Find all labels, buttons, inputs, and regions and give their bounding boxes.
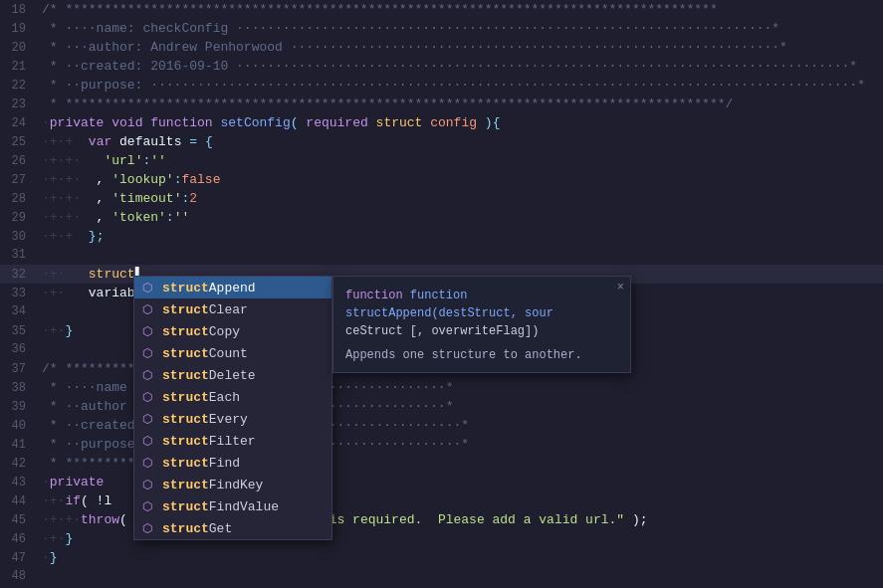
autocomplete-item[interactable]: ⬡structEach — [134, 386, 331, 408]
struct-icon: ⬡ — [142, 456, 156, 471]
autocomplete-match: struct — [162, 412, 209, 427]
autocomplete-match: struct — [162, 456, 209, 471]
code-line: 30·+·+ }; — [0, 227, 883, 246]
code-line: 25·+·+ var defaults = { — [0, 132, 883, 151]
line-number: 48 — [0, 567, 38, 586]
code-line: 24·private void function setConfig( requ… — [0, 113, 883, 132]
code-line: 22 * ··purpose: ························… — [0, 76, 883, 95]
line-content: * ···author: Andrew Penhorwood ·········… — [38, 38, 883, 57]
struct-icon: ⬡ — [142, 390, 156, 405]
code-line: 48 — [0, 567, 883, 586]
line-content: * ··purpose: ···························… — [38, 76, 883, 95]
autocomplete-match: struct — [162, 281, 209, 295]
line-content: ·+·+ var defaults = { — [38, 132, 883, 151]
autocomplete-match: struct — [162, 434, 209, 449]
autocomplete-match: struct — [162, 390, 209, 405]
line-number: 32 — [0, 266, 38, 285]
struct-icon: ⬡ — [142, 412, 156, 427]
autocomplete-item[interactable]: ⬡structCount — [134, 342, 331, 364]
line-number: 21 — [0, 58, 38, 77]
line-number: 33 — [0, 285, 38, 303]
code-line: 19 * ····name: checkConfig ·············… — [0, 19, 883, 38]
line-number: 41 — [0, 436, 38, 455]
line-number: 30 — [0, 228, 38, 247]
line-number: 34 — [0, 302, 38, 321]
line-number: 26 — [0, 152, 38, 171]
line-number: 29 — [0, 209, 38, 228]
line-number: 38 — [0, 379, 38, 398]
line-number: 27 — [0, 171, 38, 190]
code-line: 21 * ··created: 2016-09-10 ·············… — [0, 57, 883, 76]
line-number: 28 — [0, 190, 38, 209]
line-number: 45 — [0, 511, 38, 530]
line-number: 22 — [0, 77, 38, 96]
autocomplete-item[interactable]: ⬡structCopy — [134, 320, 331, 342]
autocomplete-rest: Each — [209, 390, 240, 405]
autocomplete-item[interactable]: ⬡structFindValue — [134, 495, 331, 517]
line-number: 43 — [0, 474, 38, 492]
autocomplete-item[interactable]: ⬡structFilter — [134, 430, 331, 452]
autocomplete-rest: Filter — [209, 434, 256, 449]
line-number: 31 — [0, 246, 38, 265]
code-line: 31 — [0, 246, 883, 265]
code-line: 23 * ***********************************… — [0, 95, 883, 113]
line-number: 40 — [0, 417, 38, 436]
line-content: * ····name: checkConfig ················… — [38, 19, 883, 38]
autocomplete-item[interactable]: ⬡structEvery — [134, 408, 331, 430]
line-content: ·} — [38, 548, 883, 567]
code-line: 20 * ···author: Andrew Penhorwood ······… — [0, 38, 883, 57]
code-line: 28·+·+· , 'timeout':2 — [0, 189, 883, 208]
tooltip-box: × function function structAppend(destStr… — [332, 276, 631, 373]
autocomplete-rest: Find — [209, 456, 240, 471]
line-content: * **************************************… — [38, 95, 883, 113]
autocomplete-rest: Append — [209, 281, 256, 295]
code-line: 18/* ***********************************… — [0, 0, 883, 19]
line-number: 19 — [0, 20, 38, 39]
autocomplete-rest: Count — [209, 346, 248, 361]
line-number: 39 — [0, 398, 38, 417]
autocomplete-rest: Get — [209, 521, 232, 536]
line-number: 44 — [0, 492, 38, 511]
autocomplete-match: struct — [162, 478, 209, 492]
autocomplete-item[interactable]: ⬡structFind — [134, 452, 331, 474]
line-number: 36 — [0, 340, 38, 359]
line-content: ·+·+· 'url':'' — [38, 151, 883, 170]
line-number: 23 — [0, 96, 38, 114]
autocomplete-match: struct — [162, 521, 209, 536]
struct-icon: ⬡ — [142, 478, 156, 492]
struct-icon: ⬡ — [142, 346, 156, 361]
code-line: 47·} — [0, 548, 883, 567]
autocomplete-item[interactable]: ⬡structFindKey — [134, 474, 331, 495]
line-content: * ··created: 2016-09-10 ················… — [38, 57, 883, 76]
line-number: 25 — [0, 133, 38, 152]
autocomplete-list[interactable]: ⬡structAppend⬡structClear⬡structCopy⬡str… — [133, 276, 332, 540]
code-editor: 18/* ***********************************… — [0, 0, 883, 588]
autocomplete-match: struct — [162, 324, 209, 339]
tooltip-close-button[interactable]: × — [617, 281, 624, 294]
autocomplete-rest: Delete — [209, 368, 256, 383]
autocomplete-item[interactable]: ⬡structAppend — [134, 277, 331, 298]
code-line: 27·+·+· , 'lookup':false — [0, 170, 883, 189]
line-number: 37 — [0, 360, 38, 379]
autocomplete-match: struct — [162, 499, 209, 514]
autocomplete-rest: Copy — [209, 324, 240, 339]
autocomplete-item[interactable]: ⬡structDelete — [134, 364, 331, 386]
struct-icon: ⬡ — [142, 281, 156, 295]
struct-icon: ⬡ — [142, 368, 156, 383]
tooltip-signature: function function structAppend(destStruc… — [345, 287, 618, 340]
code-line: 29·+·+· , 'token':'' — [0, 208, 883, 227]
line-content: /* *************************************… — [38, 0, 883, 19]
line-content: ·+·+ }; — [38, 227, 883, 246]
autocomplete-container: ⬡structAppend⬡structClear⬡structCopy⬡str… — [133, 276, 631, 540]
autocomplete-item[interactable]: ⬡structGet — [134, 517, 331, 539]
struct-icon: ⬡ — [142, 302, 156, 317]
autocomplete-match: struct — [162, 368, 209, 383]
line-number: 18 — [0, 1, 38, 20]
struct-icon: ⬡ — [142, 499, 156, 514]
autocomplete-rest: FindKey — [209, 478, 264, 492]
line-content: ·private void function setConfig( requir… — [38, 113, 883, 132]
autocomplete-item[interactable]: ⬡structClear — [134, 298, 331, 320]
code-line: 26·+·+· 'url':'' — [0, 151, 883, 170]
autocomplete-rest: FindValue — [209, 499, 279, 514]
line-number: 47 — [0, 549, 38, 568]
